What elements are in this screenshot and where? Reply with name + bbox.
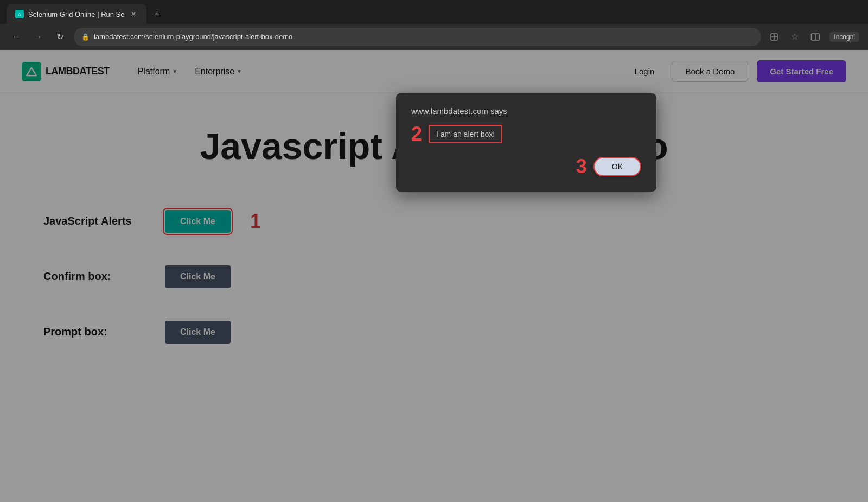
incognito-badge: Incogni [829,32,859,42]
alert-message-row: 2 I am an alert box! [411,124,641,144]
tab-title: Selenium Grid Online | Run Se [28,10,125,18]
alert-ok-button[interactable]: OK [593,157,641,176]
split-view-icon[interactable] [809,30,822,43]
step-2-badge: 2 [411,124,422,144]
step-3-badge: 3 [576,157,587,176]
url-text: lambdatest.com/selenium-playground/javas… [94,33,292,41]
forward-button[interactable]: → [30,29,46,45]
bookmark-icon[interactable]: ☆ [788,30,801,43]
alert-message-box: I am an alert box! [429,125,502,143]
refresh-button[interactable]: ↻ [52,29,67,45]
alert-ok-wrapper: 3 OK [576,157,641,176]
alert-site-name: www.lambdatest.com says [411,106,641,116]
active-tab[interactable]: ⌂ Selenium Grid Online | Run Se ✕ [7,4,146,24]
tab-favicon: ⌂ [15,10,24,18]
new-tab-button[interactable]: + [149,5,166,23]
toolbar-right: ☆ Incogni [768,30,859,43]
alert-message-text: I am an alert box! [436,130,495,138]
url-bar[interactable]: 🔒 lambdatest.com/selenium-playground/jav… [74,28,761,46]
extensions-icon[interactable] [768,30,781,43]
address-bar: ← → ↻ 🔒 lambdatest.com/selenium-playgrou… [0,24,868,50]
browser-window: ⌂ Selenium Grid Online | Run Se ✕ + ← → … [0,0,868,502]
alert-buttons: 3 OK [411,157,641,176]
tab-close-button[interactable]: ✕ [129,10,138,18]
alert-dialog: www.lambdatest.com says 2 I am an alert … [396,93,656,192]
back-button[interactable]: ← [9,29,24,45]
tab-bar: ⌂ Selenium Grid Online | Run Se ✕ + [0,0,868,24]
lock-icon: 🔒 [81,33,90,41]
alert-overlay: www.lambdatest.com says 2 I am an alert … [0,50,868,502]
website-content: LAMBDATEST Platform ▼ Enterprise ▼ Login… [0,50,868,502]
